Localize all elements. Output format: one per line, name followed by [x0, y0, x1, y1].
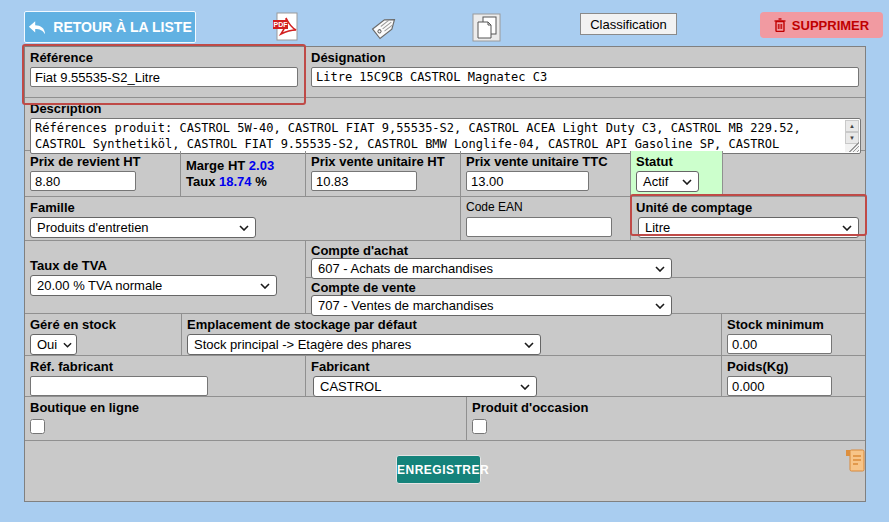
minimum-stock-input[interactable] [727, 334, 832, 354]
duplicate-button[interactable] [472, 13, 502, 46]
chevron-down-icon [239, 225, 249, 231]
designation-label: Désignation [311, 50, 860, 65]
row-prices: Prix de revient HT Marge HT 2.03 Taux 18… [25, 151, 865, 197]
save-button[interactable]: ENREGISTRER [396, 455, 481, 484]
minimum-stock-label: Stock minimum [727, 317, 860, 332]
delete-button-label: SUPPRIMER [792, 18, 869, 33]
second-hand-label: Produit d'occasion [472, 400, 860, 415]
purchase-account-value: 607 - Achats de marchandises [318, 261, 493, 276]
weight-cell: Poids(Kg) [722, 356, 865, 396]
chevron-down-icon [842, 225, 852, 231]
margin-label: Marge HT [186, 158, 245, 173]
print-label-button[interactable] [369, 11, 401, 46]
reference-label: Référence [30, 50, 300, 65]
margin-rate-value: 18.74 [219, 174, 252, 189]
manufacturer-ref-cell: Réf. fabricant [25, 356, 306, 396]
scroll-note-icon [845, 448, 866, 473]
status-cell: Statut Actif [631, 151, 723, 196]
minimum-stock-cell: Stock minimum [722, 314, 865, 355]
status-select[interactable]: Actif [636, 171, 699, 192]
vat-cell: Taux de TVA 20.00 % TVA normale [25, 241, 306, 313]
status-spacer-cell [723, 151, 865, 196]
family-cell: Famille Produits d'entretien [25, 197, 461, 240]
stock-managed-cell: Géré en stock Oui [25, 314, 182, 355]
product-edit-page: RETOUR À LA LISTE PDF Classif [0, 0, 889, 522]
row-vat-accounts: Taux de TVA 20.00 % TVA normale Compte d… [25, 241, 865, 314]
storage-location-label: Emplacement de stockage par défaut [187, 317, 716, 332]
manufacturer-label: Fabricant [311, 359, 716, 374]
vat-select[interactable]: 20.00 % TVA normale [30, 275, 277, 296]
chevron-down-icon [655, 266, 665, 272]
count-unit-select[interactable]: Litre [638, 217, 859, 238]
manufacturer-select[interactable]: CASTROL [313, 376, 537, 397]
family-value: Produits d'entretien [37, 220, 149, 235]
cost-price-label: Prix de revient HT [30, 154, 175, 169]
ean-label: Code EAN [466, 200, 625, 214]
storage-location-cell: Emplacement de stockage par défaut Stock… [182, 314, 722, 355]
description-textarea[interactable]: Références produit: CASTROL 5W-40, CASTR… [30, 118, 861, 154]
sales-account-select[interactable]: 707 - Ventes de marchandises [311, 295, 672, 316]
svg-text:PDF: PDF [274, 21, 289, 28]
product-form: Référence Désignation Description Référe… [24, 46, 866, 502]
description-label: Description [30, 101, 861, 116]
export-pdf-button[interactable]: PDF [271, 12, 301, 46]
chevron-down-icon [682, 179, 692, 185]
ean-cell: Code EAN [461, 197, 631, 240]
chevron-down-icon [655, 303, 665, 309]
designation-input[interactable] [311, 67, 859, 87]
tag-icon [369, 11, 401, 43]
storage-location-value: Stock principal -> Etagère des phares [194, 337, 411, 352]
unit-price-ttc-cell: Prix vente unitaire TTC [461, 151, 631, 196]
cost-price-input[interactable] [30, 171, 136, 191]
count-unit-label: Unité de comptage [636, 200, 860, 215]
purchase-account-select[interactable]: 607 - Achats de marchandises [311, 258, 672, 279]
stock-managed-label: Géré en stock [30, 317, 176, 332]
margin-value: 2.03 [249, 158, 274, 173]
unit-price-ttc-label: Prix vente unitaire TTC [466, 154, 625, 169]
classification-button[interactable]: Classification [580, 13, 677, 35]
back-to-list-button[interactable]: RETOUR À LA LISTE [24, 11, 196, 43]
row-family: Famille Produits d'entretien Code EAN Un… [25, 197, 865, 241]
unit-price-ht-label: Prix vente unitaire HT [311, 154, 455, 169]
chevron-down-icon [260, 283, 270, 289]
unit-price-ht-input[interactable] [311, 171, 417, 191]
purchase-account-cell: Compte d'achat 607 - Achats de marchandi… [306, 241, 865, 278]
manufacturer-ref-label: Réf. fabricant [30, 359, 300, 374]
sales-account-label: Compte de vente [311, 280, 860, 295]
online-shop-checkbox[interactable] [30, 419, 45, 434]
copy-icon [472, 13, 502, 43]
row-manufacturer: Réf. fabricant Fabricant CASTROL Poids(K… [25, 356, 865, 397]
accounts-stack: Compte d'achat 607 - Achats de marchandi… [306, 241, 865, 313]
count-unit-value: Litre [645, 220, 670, 235]
online-shop-label: Boutique en ligne [30, 400, 461, 415]
notes-button[interactable] [845, 448, 866, 476]
chevron-down-icon [524, 342, 534, 348]
row-description: Description Références produit: CASTROL … [25, 98, 865, 151]
back-arrow-icon [28, 20, 46, 35]
sales-account-cell: Compte de vente 707 - Ventes de marchand… [306, 278, 865, 313]
count-unit-cell: Unité de comptage Litre [631, 197, 865, 240]
row-flags: Boutique en ligne Produit d'occasion [25, 397, 865, 441]
ean-input[interactable] [466, 217, 612, 237]
cost-price-cell: Prix de revient HT [25, 151, 181, 196]
manufacturer-ref-input[interactable] [30, 376, 208, 396]
row-reference: Référence Désignation [25, 47, 865, 98]
purchase-account-label: Compte d'achat [311, 243, 860, 258]
margin-rate-label: Taux [186, 174, 215, 189]
delete-button[interactable]: SUPPRIMER [760, 12, 883, 38]
stock-managed-select[interactable]: Oui [30, 334, 77, 355]
row-actions: ENREGISTRER [25, 441, 865, 501]
reference-input[interactable] [30, 67, 298, 87]
second-hand-checkbox[interactable] [472, 419, 487, 434]
pdf-icon: PDF [271, 12, 301, 43]
family-select[interactable]: Produits d'entretien [30, 217, 256, 238]
weight-input[interactable] [727, 376, 832, 396]
stock-managed-value: Oui [37, 337, 57, 352]
sales-account-value: 707 - Ventes de marchandises [318, 298, 494, 313]
margin-cell: Marge HT 2.03 Taux 18.74 % [181, 151, 306, 196]
chevron-down-icon [520, 384, 530, 390]
unit-price-ttc-input[interactable] [466, 171, 589, 191]
family-label: Famille [30, 200, 455, 215]
storage-location-select[interactable]: Stock principal -> Etagère des phares [187, 334, 541, 355]
scroll-up-icon[interactable]: ▲ [845, 120, 859, 132]
